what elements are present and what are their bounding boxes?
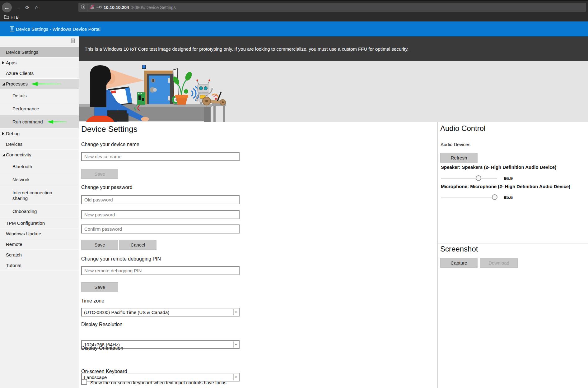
insecure-lock-icon[interactable]	[89, 4, 95, 11]
osk-checkbox-label: Show the on-screen keyboard when text in…	[90, 380, 226, 385]
microphone-volume-slider[interactable]: 95.6	[441, 194, 522, 200]
sidebar-item-windows-update[interactable]: Windows Update	[0, 229, 79, 239]
osk-checkbox[interactable]	[81, 379, 87, 385]
url-bar[interactable]: 10.10.10.204:8080/#Device Settings	[78, 3, 586, 12]
timezone-value: (UTC-08:00) Pacific Time (US & Canada)	[84, 310, 169, 315]
old-password-input[interactable]	[81, 195, 240, 204]
password-save-button[interactable]: Save	[81, 240, 118, 250]
sidebar-item-label: Azure Clients	[6, 71, 34, 76]
chevron-collapsed-icon	[2, 61, 4, 64]
home-button[interactable]: ⌂	[33, 1, 40, 14]
illustration-band	[79, 61, 588, 122]
browser-window: ← → ⟳ ⌂ 10.10.10.204:8080/#Device Settin…	[0, 0, 588, 388]
sidebar-nav: Device SettingsAppsAzure ClientsProcesse…	[0, 47, 79, 271]
audio-refresh-button[interactable]: Refresh	[440, 153, 478, 163]
sidebar-item-label: Device Settings	[6, 49, 38, 55]
sidebar-item-device-settings[interactable]: Device Settings	[0, 47, 79, 58]
forward-button[interactable]: →	[14, 1, 22, 14]
sidebar-item-label: Bluetooth	[12, 164, 32, 169]
sidebar-item-tpm-configuration[interactable]: TPM Configuration	[0, 218, 79, 229]
debug-pin-input[interactable]	[81, 266, 240, 275]
browser-toolbar: ← → ⟳ ⌂ 10.10.10.204:8080/#Device Settin…	[0, 0, 588, 13]
sidebar-item-azure-clients[interactable]: Azure Clients	[0, 68, 79, 79]
password-label: Change your password	[81, 185, 133, 190]
back-button[interactable]: ←	[2, 2, 12, 12]
page-title: Device Settings	[81, 124, 138, 134]
url-path: :8080/#Device Settings	[131, 5, 176, 10]
sidebar-item-label: Remote	[6, 242, 22, 247]
iot-illustration	[79, 61, 228, 122]
confirm-password-input[interactable]	[81, 224, 240, 233]
slider-thumb[interactable]	[476, 175, 481, 181]
sidebar-item-label: Debug	[6, 131, 20, 136]
slider-thumb[interactable]	[492, 194, 497, 200]
sidebar-item-label: Windows Update	[6, 231, 41, 236]
screenshot-capture-button[interactable]: Capture	[440, 258, 478, 268]
sidebar-item-network[interactable]: Network	[0, 173, 79, 186]
timezone-select[interactable]: (UTC-08:00) Pacific Time (US & Canada) ▼	[81, 308, 240, 316]
sidebar-pin-icon[interactable]: E0 E2	[71, 39, 75, 43]
sidebar-item-label: Onboarding	[12, 209, 37, 214]
speaker-label: Speaker: Speakers (2- High Definition Au…	[441, 164, 556, 170]
screenshot-title: Screenshot	[440, 245, 478, 253]
password-cancel-button[interactable]: Cancel	[119, 240, 156, 250]
url-host: 10.10.10.204	[104, 5, 129, 10]
slider-track[interactable]	[441, 197, 497, 197]
sidebar-item-devices[interactable]: Devices	[0, 139, 79, 150]
microphone-volume-value: 95.6	[504, 195, 513, 200]
orientation-label: Display Orientation	[81, 345, 123, 351]
notice-banner: This is a Windows 10 IoT Core test image…	[79, 36, 588, 61]
new-password-input[interactable]	[81, 210, 240, 219]
slider-track[interactable]	[441, 178, 497, 178]
bookmarks-bar: HTB	[0, 13, 588, 21]
timezone-label: Time zone	[81, 298, 104, 304]
annotation-arrow-icon	[47, 119, 67, 124]
debug-pin-save-button[interactable]: Save	[81, 282, 118, 292]
debug-pin-label: Change your remote debugging PIN	[81, 256, 161, 262]
device-name-save-button[interactable]: Save	[81, 169, 118, 179]
sidebar-item-onboarding[interactable]: Onboarding	[0, 205, 79, 218]
sidebar-item-scratch[interactable]: Scratch	[0, 250, 79, 260]
speaker-volume-slider[interactable]: 66.9	[441, 175, 522, 181]
dropdown-arrow-icon: ▼	[233, 309, 238, 315]
sidebar-item-performance[interactable]: Performance	[0, 102, 79, 115]
saved-login-key-icon[interactable]	[96, 5, 102, 10]
sidebar-item-tutorial[interactable]: Tutorial	[0, 260, 79, 271]
sidebar-item-label: Network	[12, 177, 30, 182]
portal-header: E1 00 Device Settings - Windows Device P…	[0, 21, 588, 36]
sidebar-item-label: TPM Configuration	[6, 220, 45, 226]
sidebar-item-bluetooth[interactable]: Bluetooth	[0, 160, 79, 173]
sidebar-item-remote[interactable]: Remote	[0, 239, 79, 250]
microphone-label: Microphone: Microphone (2- High Definiti…	[441, 184, 570, 189]
sidebar-item-debug[interactable]: Debug	[0, 128, 79, 139]
sidebar-item-label: Details	[12, 93, 27, 98]
device-name-label: Change your device name	[81, 142, 139, 147]
section-divider	[438, 243, 588, 243]
sidebar-item-label: Scratch	[6, 252, 22, 257]
sidebar-item-processes[interactable]: Processes	[0, 79, 79, 89]
dropdown-arrow-icon: ▼	[233, 341, 238, 348]
sidebar-item-label: Performance	[12, 106, 39, 111]
tracking-shield-icon[interactable]	[81, 4, 85, 11]
sidebar-item-internet-connection-sharing[interactable]: Internet connection sharing	[0, 186, 79, 205]
sidebar-item-label: Apps	[6, 60, 16, 65]
sidebar-top-strip: E0 E2	[0, 36, 79, 47]
screenshot-download-button[interactable]: Download	[480, 258, 518, 268]
audio-devices-label: Audio Devices	[441, 142, 470, 147]
sidebar-item-label: Processes	[6, 81, 28, 86]
bookmark-htb[interactable]: HTB	[11, 15, 19, 20]
reload-button[interactable]: ⟳	[24, 1, 31, 14]
speaker-volume-value: 66.9	[504, 176, 513, 181]
audio-control-title: Audio Control	[440, 124, 485, 133]
sidebar-item-details[interactable]: Details	[0, 89, 79, 102]
sidebar-item-connectivity[interactable]: Connectivity	[0, 150, 79, 160]
sidebar-item-run-command[interactable]: Run command	[0, 115, 79, 128]
device-name-input[interactable]	[81, 152, 240, 161]
portal-logo-icon: E1 00	[10, 26, 14, 31]
sidebar-item-label: Devices	[6, 141, 22, 147]
chevron-expanded-icon	[2, 83, 5, 85]
urlbar-separator	[87, 4, 87, 11]
portal-title: Device Settings - Windows Device Portal	[16, 21, 100, 36]
sidebar-item-apps[interactable]: Apps	[0, 58, 79, 68]
dropdown-arrow-icon: ▼	[233, 374, 238, 380]
